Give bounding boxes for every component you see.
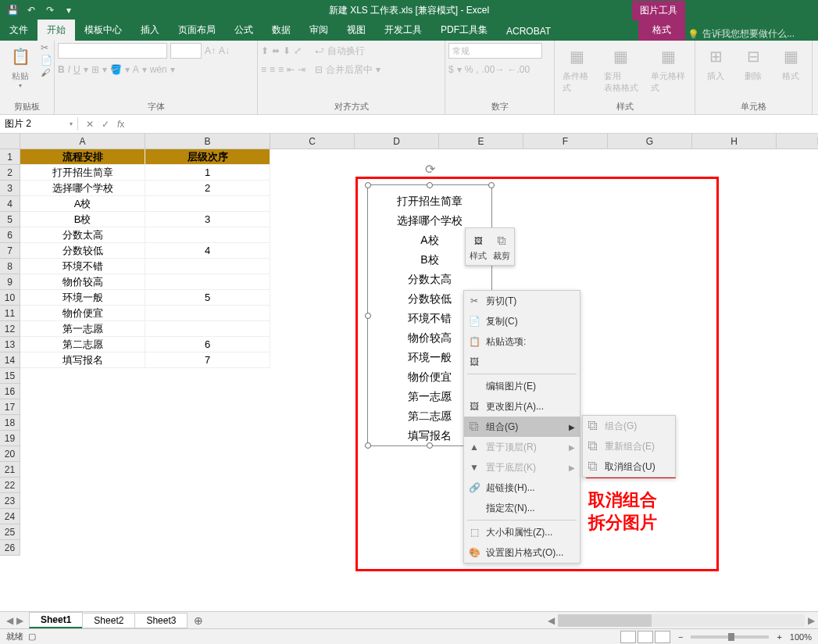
resize-handle[interactable] <box>427 442 433 449</box>
row-head-25[interactable]: 25 <box>0 524 20 540</box>
cancel-icon[interactable]: ✕ <box>86 119 94 130</box>
row-head-23[interactable]: 23 <box>0 493 20 509</box>
sheet-tab-3[interactable]: Sheet3 <box>134 613 188 628</box>
resize-handle[interactable] <box>365 182 371 188</box>
zoom-out-icon[interactable]: − <box>678 632 683 642</box>
save-icon[interactable]: 💾 <box>6 4 19 16</box>
tell-me-search[interactable]: 💡 告诉我您想要做什么... <box>688 27 795 41</box>
col-head-E[interactable]: E <box>439 134 523 149</box>
tab-pdf[interactable]: PDF工具集 <box>431 20 497 41</box>
macro-rec-icon[interactable]: ▢ <box>28 631 36 641</box>
tab-insert[interactable]: 插入 <box>131 20 169 41</box>
header-cell[interactable]: 层级次序 <box>145 149 270 165</box>
dec-decimal-icon[interactable]: ←.00 <box>507 64 530 75</box>
phonetic-icon[interactable]: wén <box>150 64 167 75</box>
horizontal-scrollbar[interactable]: ◀ ▶ <box>545 614 818 628</box>
scroll-right-icon[interactable]: ▶ <box>805 615 818 626</box>
bold-button[interactable]: B <box>58 64 65 75</box>
tab-layout[interactable]: 页面布局 <box>169 20 225 41</box>
border-icon[interactable]: ⊞ <box>91 64 99 75</box>
font-size-combo[interactable] <box>170 43 202 59</box>
name-box[interactable]: 图片 2▾ <box>0 117 78 131</box>
scroll-thumb[interactable] <box>558 614 652 627</box>
row-head-7[interactable]: 7 <box>0 243 20 259</box>
menu-hyperlink[interactable]: 🔗超链接(H)... <box>464 478 580 498</box>
cut-icon[interactable]: ✂ <box>41 42 52 53</box>
fx-icon[interactable]: fx <box>117 119 124 130</box>
data-cell[interactable]: 物价便宜 <box>20 306 145 321</box>
view-layout-icon[interactable] <box>638 631 653 643</box>
menu-size-props[interactable]: ⬚大小和属性(Z)... <box>464 522 580 542</box>
menu-change-picture[interactable]: 🖼更改图片(A)... <box>464 396 580 417</box>
data-cell[interactable]: 2 <box>145 181 270 196</box>
view-normal-icon[interactable] <box>620 631 636 643</box>
row-head-19[interactable]: 19 <box>0 431 20 446</box>
delete-cell-button[interactable]: ⊟删除 <box>736 42 770 84</box>
menu-format-picture[interactable]: 🎨设置图片格式(O)... <box>464 542 580 563</box>
resize-handle[interactable] <box>488 182 495 188</box>
format-painter-icon[interactable]: 🖌 <box>41 67 52 78</box>
data-cell[interactable] <box>145 306 270 321</box>
sheet-nav-next-icon[interactable]: ▶ <box>16 615 23 626</box>
row-head-2[interactable]: 2 <box>0 165 20 181</box>
data-cell[interactable]: 物价较高 <box>20 274 145 290</box>
italic-button[interactable]: I <box>68 64 70 75</box>
tab-templates[interactable]: 模板中心 <box>75 20 131 41</box>
qat-dropdown-icon[interactable]: ▾ <box>63 4 75 16</box>
row-head-18[interactable]: 18 <box>0 415 20 431</box>
row-head-17[interactable]: 17 <box>0 399 20 415</box>
select-all-corner[interactable] <box>0 134 20 149</box>
row-head-13[interactable]: 13 <box>0 337 20 352</box>
resize-handle[interactable] <box>365 442 371 449</box>
row-head-1[interactable]: 1 <box>0 149 20 165</box>
row-head-16[interactable]: 16 <box>0 384 20 399</box>
menu-assign-macro[interactable]: 指定宏(N)... <box>464 498 580 518</box>
tab-formula[interactable]: 公式 <box>225 20 263 41</box>
cell-style-button[interactable]: ▦单元格样式 <box>646 42 691 95</box>
row-head-9[interactable]: 9 <box>0 274 20 290</box>
align-bottom-icon[interactable]: ⬇ <box>283 45 291 56</box>
tab-data[interactable]: 数据 <box>263 20 300 41</box>
col-head-H[interactable]: H <box>692 134 777 149</box>
decrease-font-icon[interactable]: A↓ <box>219 45 230 56</box>
mini-style-button[interactable]: 🖼样式 <box>469 231 488 262</box>
resize-handle[interactable] <box>365 313 371 319</box>
tab-acrobat[interactable]: ACROBAT <box>497 22 560 41</box>
data-cell[interactable]: 6 <box>145 337 270 352</box>
spreadsheet-grid[interactable]: ABCDEFGHI 123456789101112131415161718192… <box>0 134 818 603</box>
col-head-I[interactable]: I <box>777 134 818 149</box>
align-right-icon[interactable]: ≡ <box>278 64 284 75</box>
merge-icon[interactable]: ⊟ <box>315 64 323 75</box>
sheet-tab-2[interactable]: Sheet2 <box>82 613 135 628</box>
row-head-3[interactable]: 3 <box>0 181 20 196</box>
comma-icon[interactable]: , <box>476 64 478 75</box>
scroll-left-icon[interactable]: ◀ <box>545 615 558 626</box>
wrap-icon[interactable]: ⮐ <box>315 45 324 56</box>
data-cell[interactable]: B校 <box>20 212 145 227</box>
row-head-10[interactable]: 10 <box>0 290 20 306</box>
view-pagebreak-icon[interactable] <box>655 631 670 643</box>
indent-inc-icon[interactable]: ⇥ <box>298 64 305 75</box>
data-cell[interactable]: 第二志愿 <box>20 337 145 352</box>
data-cell[interactable]: 分数较低 <box>20 243 145 259</box>
menu-bring-front[interactable]: ▲置于顶层(R)▶ <box>464 437 580 457</box>
header-cell[interactable]: 流程安排 <box>20 149 145 165</box>
menu-edit-picture[interactable]: 编辑图片(E) <box>464 376 580 396</box>
row-head-21[interactable]: 21 <box>0 462 20 478</box>
data-cell[interactable]: 环境不错 <box>20 259 145 274</box>
data-cell[interactable]: 1 <box>145 165 270 181</box>
submenu-group[interactable]: ⿻组合(G) <box>583 416 675 436</box>
data-cell[interactable]: 第一志愿 <box>20 321 145 337</box>
data-cell[interactable]: 5 <box>145 290 270 306</box>
row-head-26[interactable]: 26 <box>0 540 20 556</box>
table-format-button[interactable]: ▦套用 表格格式 <box>599 42 643 95</box>
row-head-8[interactable]: 8 <box>0 259 20 274</box>
sheet-nav-prev-icon[interactable]: ◀ <box>6 615 13 626</box>
data-cell[interactable] <box>145 227 270 243</box>
redo-icon[interactable]: ↷ <box>44 4 56 16</box>
align-left-icon[interactable]: ≡ <box>261 64 266 75</box>
data-cell[interactable] <box>145 274 270 290</box>
tab-format[interactable]: 格式 <box>638 20 685 41</box>
menu-copy[interactable]: 📄复制(C) <box>464 311 580 331</box>
indent-dec-icon[interactable]: ⇤ <box>287 64 295 75</box>
